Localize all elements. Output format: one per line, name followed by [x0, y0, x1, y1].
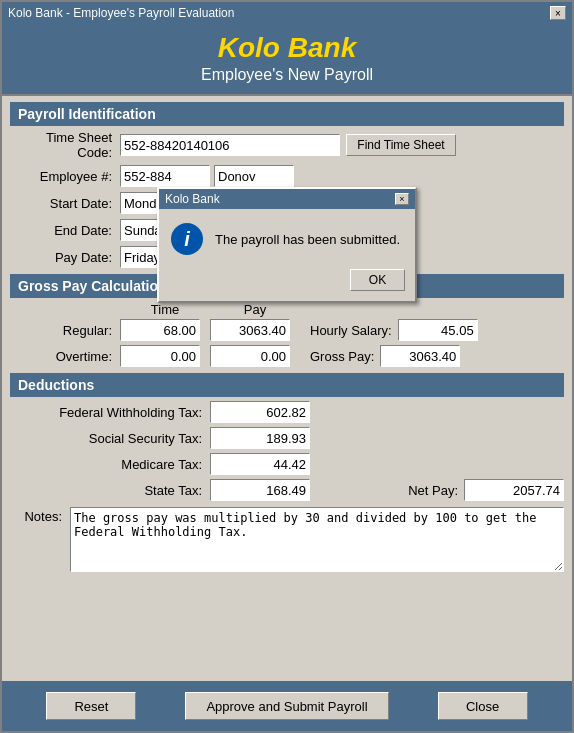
- overtime-row: Overtime: Gross Pay:: [10, 345, 564, 367]
- netpay-group: Net Pay:: [408, 479, 564, 501]
- social-label: Social Security Tax:: [10, 431, 210, 446]
- modal-title-bar: Kolo Bank ×: [159, 189, 415, 209]
- state-row: State Tax: Net Pay:: [10, 479, 564, 501]
- timesheetcode-label: Time Sheet Code:: [10, 130, 120, 160]
- overtime-label: Overtime:: [10, 349, 120, 364]
- modal-buttons: OK: [159, 265, 415, 301]
- modal-close-button[interactable]: ×: [395, 193, 409, 205]
- overtime-pay-input[interactable]: [210, 345, 290, 367]
- startdate-label: Start Date:: [10, 196, 120, 211]
- pay-col-header: Pay: [210, 302, 300, 317]
- regular-pay-input[interactable]: [210, 319, 290, 341]
- social-input[interactable]: [210, 427, 310, 449]
- state-input[interactable]: [210, 479, 310, 501]
- enddate-label: End Date:: [10, 223, 120, 238]
- header-section: Kolo Bank Employee's New Payroll: [2, 24, 572, 94]
- gross-col-headers: Time Pay: [120, 302, 564, 317]
- reset-button[interactable]: Reset: [46, 692, 136, 720]
- find-timesheet-button[interactable]: Find Time Sheet: [346, 134, 456, 156]
- modal-message: The payroll has been submitted.: [215, 232, 400, 247]
- employee-input[interactable]: [120, 165, 210, 187]
- close-button[interactable]: Close: [438, 692, 528, 720]
- main-window: Kolo Bank - Employee's Payroll Evaluatio…: [0, 0, 574, 733]
- federal-label: Federal Withholding Tax:: [10, 405, 210, 420]
- medicare-input[interactable]: [210, 453, 310, 475]
- hourly-group: Hourly Salary:: [310, 319, 478, 341]
- notes-label: Notes:: [10, 509, 70, 524]
- approve-submit-button[interactable]: Approve and Submit Payroll: [185, 692, 388, 720]
- medicare-row: Medicare Tax:: [10, 453, 564, 475]
- hourly-input[interactable]: [398, 319, 478, 341]
- federal-row: Federal Withholding Tax:: [10, 401, 564, 423]
- paydate-label: Pay Date:: [10, 250, 120, 265]
- overtime-time-input[interactable]: [120, 345, 200, 367]
- medicare-label: Medicare Tax:: [10, 457, 210, 472]
- employee-row: Employee #:: [10, 165, 564, 187]
- modal-dialog: Kolo Bank × i The payroll has been submi…: [157, 187, 417, 303]
- timesheetcode-row: Time Sheet Code: Find Time Sheet: [10, 130, 564, 160]
- window-close-button[interactable]: ×: [550, 6, 566, 20]
- hourly-label: Hourly Salary:: [310, 323, 392, 338]
- content-area: Payroll Identification Time Sheet Code: …: [2, 96, 572, 681]
- time-col-header: Time: [120, 302, 210, 317]
- modal-content: i The payroll has been submitted.: [159, 209, 415, 265]
- modal-title: Kolo Bank: [165, 192, 220, 206]
- netpay-label: Net Pay:: [408, 483, 458, 498]
- window-title: Kolo Bank - Employee's Payroll Evaluatio…: [8, 6, 234, 20]
- bottom-bar: Reset Approve and Submit Payroll Close: [2, 681, 572, 731]
- modal-ok-button[interactable]: OK: [350, 269, 405, 291]
- bank-name: Kolo Bank: [6, 32, 568, 64]
- title-bar: Kolo Bank - Employee's Payroll Evaluatio…: [2, 2, 572, 24]
- employee-label: Employee #:: [10, 169, 120, 184]
- grosspay-label: Gross Pay:: [310, 349, 374, 364]
- social-row: Social Security Tax:: [10, 427, 564, 449]
- netpay-input[interactable]: [464, 479, 564, 501]
- regular-row: Regular: Hourly Salary:: [10, 319, 564, 341]
- deductions-header: Deductions: [10, 373, 564, 397]
- payroll-id-header: Payroll Identification: [10, 102, 564, 126]
- timesheetcode-input[interactable]: [120, 134, 340, 156]
- deductions-section: Deductions Federal Withholding Tax: Soci…: [10, 373, 564, 501]
- regular-time-input[interactable]: [120, 319, 200, 341]
- employee-name-input[interactable]: [214, 165, 294, 187]
- regular-label: Regular:: [10, 323, 120, 338]
- page-subtitle: Employee's New Payroll: [6, 66, 568, 84]
- grosspay-input[interactable]: [380, 345, 460, 367]
- notes-textarea[interactable]: The gross pay was multiplied by 30 and d…: [70, 507, 564, 572]
- state-label: State Tax:: [10, 483, 210, 498]
- grosspay-group: Gross Pay:: [310, 345, 460, 367]
- federal-input[interactable]: [210, 401, 310, 423]
- notes-section: Notes: The gross pay was multiplied by 3…: [10, 507, 564, 572]
- info-icon: i: [171, 223, 203, 255]
